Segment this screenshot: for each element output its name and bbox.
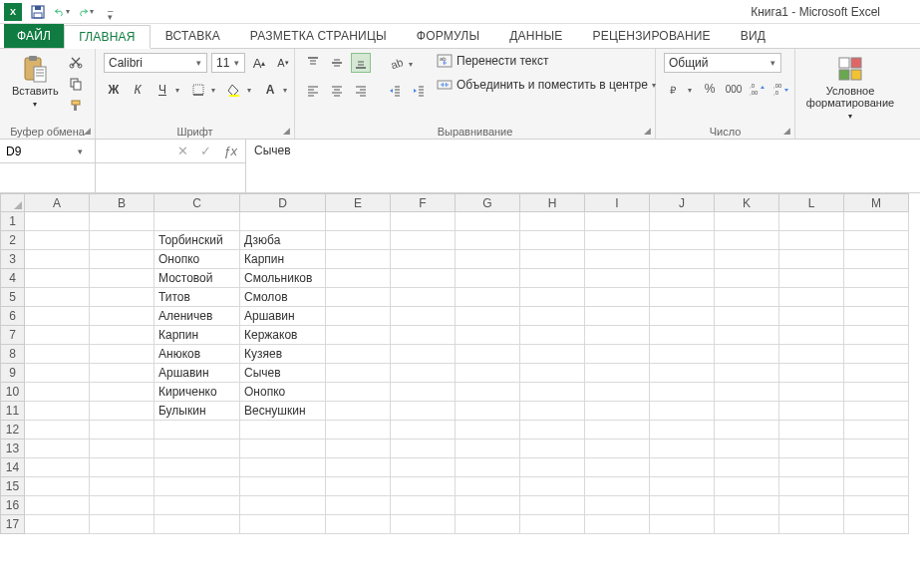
cell[interactable] [715,496,779,515]
cell[interactable]: Аршавин [154,364,240,383]
cell[interactable] [154,440,240,458]
cell[interactable] [520,477,585,496]
cell[interactable] [391,345,456,364]
align-middle-button[interactable] [327,53,347,73]
cell[interactable] [650,421,715,440]
tab-view[interactable]: ВИД [726,24,780,48]
select-all-corner[interactable] [1,194,25,212]
cell[interactable] [844,440,909,458]
cell[interactable] [520,307,585,326]
cell[interactable] [90,383,154,402]
cell[interactable] [585,458,650,477]
cell[interactable] [240,440,326,458]
decrease-font-button[interactable]: A▾ [273,53,293,73]
cell[interactable] [391,440,456,458]
cell[interactable]: Кузяев [240,345,326,364]
cell[interactable] [585,515,650,534]
cell[interactable] [585,364,650,383]
column-header[interactable]: E [326,194,391,212]
formula-input[interactable]: Сычев [245,140,920,192]
cell[interactable] [90,231,154,250]
cell[interactable] [844,496,909,515]
cell[interactable] [326,421,391,440]
format-painter-button[interactable] [67,97,85,115]
cell[interactable] [326,269,391,288]
cell[interactable] [90,212,154,231]
formula-enter-button[interactable]: ✓ [200,144,211,158]
cell[interactable] [844,307,909,326]
cell[interactable] [456,383,520,402]
cell[interactable] [25,231,90,250]
cell[interactable] [90,515,154,534]
cell[interactable] [779,231,844,250]
cell[interactable] [326,212,391,231]
row-header[interactable]: 13 [1,440,25,458]
tab-page-layout[interactable]: РАЗМЕТКА СТРАНИЦЫ [235,24,402,48]
cell[interactable] [715,383,779,402]
cell[interactable] [779,383,844,402]
cell[interactable] [844,345,909,364]
increase-decimal-button[interactable]: ,0,00 [748,79,767,99]
cell[interactable]: Веснушкин [240,402,326,421]
cell[interactable] [715,326,779,345]
cell[interactable] [456,496,520,515]
qat-customize-button[interactable]: ⎯▾ [102,4,118,20]
cell[interactable] [240,496,326,515]
cell[interactable] [520,496,585,515]
cell[interactable] [715,421,779,440]
column-header[interactable]: K [715,194,779,212]
cell[interactable]: Торбинский [154,231,240,250]
cell[interactable] [25,477,90,496]
cell[interactable] [154,477,240,496]
cell[interactable] [520,231,585,250]
cell[interactable] [844,402,909,421]
cell[interactable] [779,307,844,326]
cell[interactable] [25,326,90,345]
cell[interactable] [25,307,90,326]
cell[interactable] [650,231,715,250]
cell[interactable] [844,458,909,477]
tab-insert[interactable]: ВСТАВКА [151,24,235,48]
row-header[interactable]: 15 [1,477,25,496]
row-header[interactable]: 3 [1,250,25,269]
cell[interactable] [456,515,520,534]
row-header[interactable]: 8 [1,345,25,364]
cell[interactable] [456,440,520,458]
decrease-indent-button[interactable] [385,81,405,101]
column-header[interactable]: C [154,194,240,212]
cell[interactable] [25,212,90,231]
cell[interactable] [90,250,154,269]
cell[interactable] [585,307,650,326]
cell[interactable] [90,326,154,345]
cell[interactable]: Булыкин [154,402,240,421]
cut-button[interactable] [67,53,85,71]
cell[interactable] [391,402,456,421]
cell[interactable] [25,440,90,458]
cell[interactable] [391,477,456,496]
cell[interactable] [391,250,456,269]
cell[interactable] [326,477,391,496]
cell[interactable] [520,383,585,402]
cell[interactable] [779,269,844,288]
cell[interactable] [520,269,585,288]
cell[interactable] [585,212,650,231]
cell[interactable] [391,326,456,345]
cell[interactable] [25,345,90,364]
cell[interactable] [240,212,326,231]
cell[interactable] [240,421,326,440]
alignment-dialog-launcher[interactable]: ◢ [641,125,653,137]
cell[interactable] [456,231,520,250]
cell[interactable] [650,477,715,496]
row-header[interactable]: 7 [1,326,25,345]
cell[interactable] [715,307,779,326]
align-left-button[interactable] [303,81,323,101]
cell[interactable] [25,402,90,421]
cell[interactable] [715,269,779,288]
cell[interactable] [326,307,391,326]
align-bottom-button[interactable] [351,53,371,73]
cell[interactable]: Анюков [154,345,240,364]
cell[interactable] [650,307,715,326]
cell[interactable] [779,402,844,421]
row-header[interactable]: 14 [1,458,25,477]
cell[interactable] [154,515,240,534]
